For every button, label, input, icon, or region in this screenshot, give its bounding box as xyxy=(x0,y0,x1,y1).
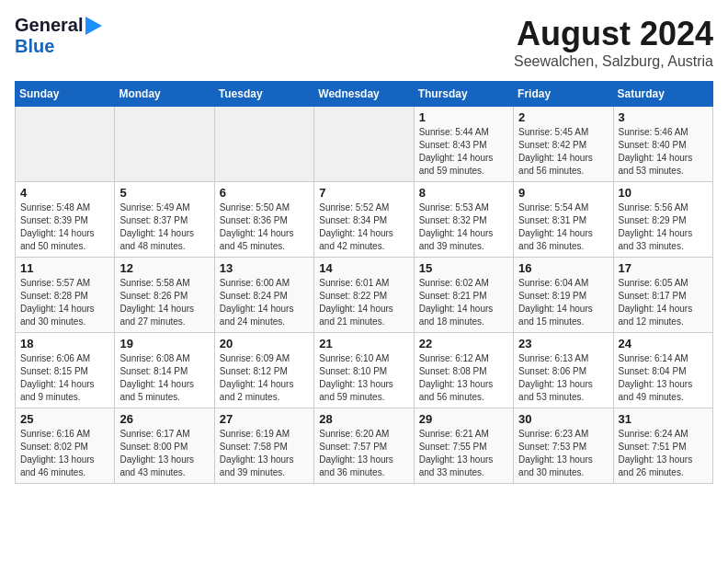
calendar-cell: 18Sunrise: 6:06 AM Sunset: 8:15 PM Dayli… xyxy=(16,333,115,408)
calendar-cell: 30Sunrise: 6:23 AM Sunset: 7:53 PM Dayli… xyxy=(514,408,613,484)
day-info: Sunrise: 5:48 AM Sunset: 8:39 PM Dayligh… xyxy=(20,201,109,253)
day-number: 25 xyxy=(20,412,109,426)
day-info: Sunrise: 6:23 AM Sunset: 7:53 PM Dayligh… xyxy=(518,428,608,479)
calendar-cell: 13Sunrise: 6:00 AM Sunset: 8:24 PM Dayli… xyxy=(214,258,313,333)
day-info: Sunrise: 5:46 AM Sunset: 8:40 PM Dayligh… xyxy=(619,126,708,178)
day-info: Sunrise: 6:08 AM Sunset: 8:14 PM Dayligh… xyxy=(119,352,209,404)
day-number: 16 xyxy=(518,261,608,275)
day-number: 10 xyxy=(619,186,708,200)
day-info: Sunrise: 6:24 AM Sunset: 7:51 PM Dayligh… xyxy=(619,428,708,479)
day-number: 12 xyxy=(119,261,209,275)
title-block: August 2024 Seewalchen, Salzburg, Austri… xyxy=(514,15,713,70)
calendar-cell xyxy=(115,107,214,182)
day-number: 31 xyxy=(619,412,708,426)
day-number: 11 xyxy=(20,261,109,275)
calendar-cell: 26Sunrise: 6:17 AM Sunset: 8:00 PM Dayli… xyxy=(115,408,214,484)
day-number: 27 xyxy=(220,412,309,426)
logo-general: General xyxy=(15,15,83,36)
location-title: Seewalchen, Salzburg, Austria xyxy=(514,53,713,70)
day-number: 29 xyxy=(419,412,508,426)
calendar-cell: 10Sunrise: 5:56 AM Sunset: 8:29 PM Dayli… xyxy=(613,182,712,258)
calendar-cell: 25Sunrise: 6:16 AM Sunset: 8:02 PM Dayli… xyxy=(16,408,115,484)
day-info: Sunrise: 6:09 AM Sunset: 8:12 PM Dayligh… xyxy=(220,352,309,404)
calendar-header-row: SundayMondayTuesdayWednesdayThursdayFrid… xyxy=(16,82,713,107)
logo-icon xyxy=(85,17,102,35)
header-day-saturday: Saturday xyxy=(613,82,712,107)
calendar-cell: 24Sunrise: 6:14 AM Sunset: 8:04 PM Dayli… xyxy=(613,333,712,408)
calendar-cell: 2Sunrise: 5:45 AM Sunset: 8:42 PM Daylig… xyxy=(514,107,613,182)
day-info: Sunrise: 6:01 AM Sunset: 8:22 PM Dayligh… xyxy=(319,277,408,328)
day-number: 5 xyxy=(119,186,209,200)
day-info: Sunrise: 6:06 AM Sunset: 8:15 PM Dayligh… xyxy=(20,352,109,404)
day-number: 3 xyxy=(619,110,708,124)
calendar-cell: 1Sunrise: 5:44 AM Sunset: 8:43 PM Daylig… xyxy=(414,107,513,182)
day-info: Sunrise: 5:54 AM Sunset: 8:31 PM Dayligh… xyxy=(518,201,608,253)
day-info: Sunrise: 5:53 AM Sunset: 8:32 PM Dayligh… xyxy=(419,201,508,253)
day-info: Sunrise: 5:45 AM Sunset: 8:42 PM Dayligh… xyxy=(518,126,608,178)
day-info: Sunrise: 5:52 AM Sunset: 8:34 PM Dayligh… xyxy=(319,201,408,253)
calendar-cell: 27Sunrise: 6:19 AM Sunset: 7:58 PM Dayli… xyxy=(214,408,313,484)
day-number: 15 xyxy=(419,261,508,275)
day-info: Sunrise: 5:50 AM Sunset: 8:36 PM Dayligh… xyxy=(220,201,309,253)
calendar-cell: 23Sunrise: 6:13 AM Sunset: 8:06 PM Dayli… xyxy=(514,333,613,408)
calendar-cell xyxy=(214,107,313,182)
day-info: Sunrise: 6:00 AM Sunset: 8:24 PM Dayligh… xyxy=(220,277,309,328)
day-number: 18 xyxy=(20,337,109,350)
header-day-monday: Monday xyxy=(115,82,214,107)
calendar-cell xyxy=(16,107,115,182)
header-day-sunday: Sunday xyxy=(16,82,115,107)
calendar-cell: 22Sunrise: 6:12 AM Sunset: 8:08 PM Dayli… xyxy=(414,333,513,408)
calendar-cell: 20Sunrise: 6:09 AM Sunset: 8:12 PM Dayli… xyxy=(214,333,313,408)
calendar-cell: 12Sunrise: 5:58 AM Sunset: 8:26 PM Dayli… xyxy=(115,258,214,333)
day-info: Sunrise: 5:56 AM Sunset: 8:29 PM Dayligh… xyxy=(619,201,708,253)
header-day-wednesday: Wednesday xyxy=(314,82,414,107)
day-number: 24 xyxy=(619,337,708,350)
day-number: 14 xyxy=(319,261,408,275)
page-header: General Blue August 2024 Seewalchen, Sal… xyxy=(15,15,713,70)
day-number: 6 xyxy=(220,186,309,200)
day-number: 26 xyxy=(119,412,209,426)
day-info: Sunrise: 6:02 AM Sunset: 8:21 PM Dayligh… xyxy=(419,277,508,328)
day-info: Sunrise: 6:13 AM Sunset: 8:06 PM Dayligh… xyxy=(518,352,608,404)
header-day-friday: Friday xyxy=(514,82,613,107)
logo-blue: Blue xyxy=(15,36,54,56)
day-info: Sunrise: 5:49 AM Sunset: 8:37 PM Dayligh… xyxy=(119,201,209,253)
day-info: Sunrise: 5:57 AM Sunset: 8:28 PM Dayligh… xyxy=(20,277,109,328)
day-info: Sunrise: 6:16 AM Sunset: 8:02 PM Dayligh… xyxy=(20,428,109,479)
day-number: 20 xyxy=(220,337,309,350)
calendar-cell: 16Sunrise: 6:04 AM Sunset: 8:19 PM Dayli… xyxy=(514,258,613,333)
day-number: 9 xyxy=(518,186,608,200)
day-info: Sunrise: 6:14 AM Sunset: 8:04 PM Dayligh… xyxy=(619,352,708,404)
header-day-tuesday: Tuesday xyxy=(214,82,313,107)
day-info: Sunrise: 6:17 AM Sunset: 8:00 PM Dayligh… xyxy=(119,428,209,479)
calendar-week-4: 18Sunrise: 6:06 AM Sunset: 8:15 PM Dayli… xyxy=(16,333,713,408)
day-number: 8 xyxy=(419,186,508,200)
day-info: Sunrise: 6:21 AM Sunset: 7:55 PM Dayligh… xyxy=(419,428,508,479)
calendar-week-3: 11Sunrise: 5:57 AM Sunset: 8:28 PM Dayli… xyxy=(16,258,713,333)
day-info: Sunrise: 6:04 AM Sunset: 8:19 PM Dayligh… xyxy=(518,277,608,328)
day-number: 13 xyxy=(220,261,309,275)
day-info: Sunrise: 6:12 AM Sunset: 8:08 PM Dayligh… xyxy=(419,352,508,404)
calendar-cell: 15Sunrise: 6:02 AM Sunset: 8:21 PM Dayli… xyxy=(414,258,513,333)
calendar-cell: 4Sunrise: 5:48 AM Sunset: 8:39 PM Daylig… xyxy=(16,182,115,258)
header-day-thursday: Thursday xyxy=(414,82,513,107)
day-info: Sunrise: 5:58 AM Sunset: 8:26 PM Dayligh… xyxy=(119,277,209,328)
calendar-cell: 19Sunrise: 6:08 AM Sunset: 8:14 PM Dayli… xyxy=(115,333,214,408)
calendar-cell: 31Sunrise: 6:24 AM Sunset: 7:51 PM Dayli… xyxy=(613,408,712,484)
day-number: 30 xyxy=(518,412,608,426)
day-info: Sunrise: 6:19 AM Sunset: 7:58 PM Dayligh… xyxy=(220,428,309,479)
day-info: Sunrise: 6:10 AM Sunset: 8:10 PM Dayligh… xyxy=(319,352,408,404)
day-number: 4 xyxy=(20,186,109,200)
day-number: 7 xyxy=(319,186,408,200)
day-number: 21 xyxy=(319,337,408,350)
day-info: Sunrise: 5:44 AM Sunset: 8:43 PM Dayligh… xyxy=(419,126,508,178)
calendar-cell: 7Sunrise: 5:52 AM Sunset: 8:34 PM Daylig… xyxy=(314,182,414,258)
calendar-cell: 28Sunrise: 6:20 AM Sunset: 7:57 PM Dayli… xyxy=(314,408,414,484)
calendar-cell: 8Sunrise: 5:53 AM Sunset: 8:32 PM Daylig… xyxy=(414,182,513,258)
calendar-cell: 29Sunrise: 6:21 AM Sunset: 7:55 PM Dayli… xyxy=(414,408,513,484)
day-info: Sunrise: 6:05 AM Sunset: 8:17 PM Dayligh… xyxy=(619,277,708,328)
calendar-cell: 11Sunrise: 5:57 AM Sunset: 8:28 PM Dayli… xyxy=(16,258,115,333)
calendar-week-2: 4Sunrise: 5:48 AM Sunset: 8:39 PM Daylig… xyxy=(16,182,713,258)
day-number: 2 xyxy=(518,110,608,124)
calendar-week-1: 1Sunrise: 5:44 AM Sunset: 8:43 PM Daylig… xyxy=(16,107,713,182)
